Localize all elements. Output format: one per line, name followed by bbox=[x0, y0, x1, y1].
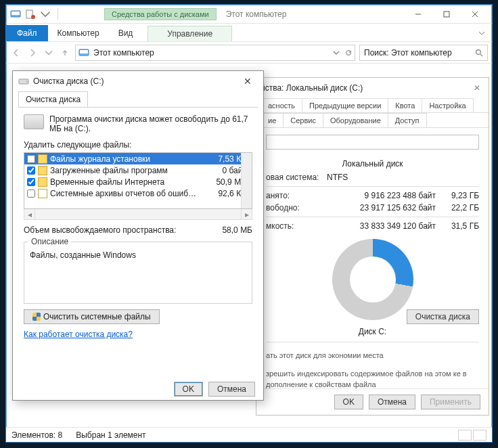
nav-recent-icon[interactable] bbox=[43, 47, 55, 59]
ribbon-expand-icon[interactable] bbox=[472, 26, 492, 41]
properties-tabs-row1: асность Предыдущие версии Квота Настройк… bbox=[256, 98, 489, 113]
used-bytes: 9 916 223 488 байт bbox=[327, 191, 441, 200]
gain-value: 58,0 МБ bbox=[222, 225, 252, 235]
used-label: анято: bbox=[266, 191, 327, 200]
shield-icon bbox=[32, 313, 41, 321]
description-legend: Описание bbox=[28, 237, 71, 246]
volume-name-input[interactable] bbox=[266, 135, 479, 150]
gain-label: Объем высвобождаемого пространства: bbox=[24, 225, 176, 235]
nav-back-icon[interactable] bbox=[10, 47, 22, 59]
scrollbar[interactable] bbox=[241, 153, 252, 208]
titlebar: Средства работы с дисками Этот компьютер bbox=[6, 5, 492, 24]
fs-value: NTFS bbox=[327, 173, 348, 182]
checkbox[interactable] bbox=[27, 155, 35, 163]
svg-rect-6 bbox=[80, 50, 88, 53]
properties-cancel-button[interactable]: Отмена bbox=[369, 395, 415, 409]
list-item: Файлы журнала установки7,53 КБ bbox=[24, 153, 252, 164]
cleanup-message: Программа очистки диска может освободить… bbox=[49, 114, 252, 133]
tab-previous-versions[interactable]: Предыдущие версии bbox=[302, 98, 388, 112]
properties-dialog: йства: Локальный диск (C:) ✕ асность Пре… bbox=[256, 77, 489, 416]
address-text: Этот компьютер bbox=[93, 48, 154, 58]
clean-system-files-button[interactable]: Очистить системные файлы bbox=[24, 309, 160, 324]
how-it-works-link[interactable]: Как работает очистка диска? bbox=[24, 330, 133, 339]
nav-forward-icon[interactable] bbox=[26, 47, 39, 59]
location-icon bbox=[78, 47, 89, 58]
free-bytes: 23 917 125 632 байт bbox=[327, 203, 441, 212]
svg-point-7 bbox=[476, 49, 481, 54]
cleanup-ok-button[interactable]: OK bbox=[174, 382, 203, 397]
ribbon-tabs: Файл Компьютер Вид Управление bbox=[6, 24, 492, 41]
properties-tabs-row2: ие Сервис Оборудование Доступ bbox=[256, 113, 489, 128]
address-row: Этот компьютер Поиск: Этот компьютер bbox=[6, 42, 492, 64]
folder-icon bbox=[38, 154, 47, 164]
tab-tools[interactable]: Сервис bbox=[283, 113, 323, 127]
tab-security[interactable]: асность bbox=[261, 98, 302, 112]
folder-icon bbox=[38, 166, 47, 175]
tab-quota[interactable]: Квота bbox=[388, 98, 422, 112]
delete-files-label: Удалить следующие файлы: bbox=[24, 140, 252, 150]
list-item: Загруженные файлы программ0 байт bbox=[24, 164, 252, 176]
svg-rect-1 bbox=[12, 12, 20, 15]
checkbox[interactable] bbox=[27, 189, 35, 198]
cleanup-tab[interactable]: Очистка диска bbox=[18, 91, 88, 107]
search-icon bbox=[475, 49, 483, 57]
file-name: Системные архивы отчетов об ошиб… bbox=[50, 189, 208, 198]
ribbon-tab-file[interactable]: Файл bbox=[6, 25, 48, 41]
view-icons-button[interactable] bbox=[473, 430, 486, 441]
close-button[interactable] bbox=[461, 5, 489, 23]
status-item-count: Элементов: 8 bbox=[12, 430, 62, 440]
search-placeholder: Поиск: Этот компьютер bbox=[364, 48, 452, 58]
file-category-list[interactable]: Файлы журнала установки7,53 КБ Загруженн… bbox=[24, 152, 252, 209]
capacity-gb: 31,5 ГБ bbox=[441, 221, 479, 231]
checkbox[interactable] bbox=[27, 166, 35, 175]
address-dropdown-icon[interactable] bbox=[333, 49, 340, 56]
checkbox[interactable] bbox=[27, 178, 35, 186]
tab-sharing[interactable]: Доступ bbox=[388, 113, 427, 127]
disk-cleanup-button[interactable]: Очистка диска bbox=[407, 309, 479, 324]
nav-up-icon[interactable] bbox=[59, 47, 71, 59]
file-name: Файлы журнала установки bbox=[50, 154, 208, 164]
list-item: Временные файлы Интернета50,9 МБ bbox=[24, 176, 252, 187]
status-bar: Элементов: 8 Выбран 1 элемент bbox=[6, 427, 492, 442]
ribbon-tab-manage[interactable]: Управление bbox=[148, 26, 232, 41]
ribbon-tab-view[interactable]: Вид bbox=[109, 25, 143, 41]
properties-close-icon[interactable]: ✕ bbox=[470, 82, 484, 94]
contextual-tab-label: Средства работы с дисками bbox=[104, 8, 217, 20]
svg-rect-4 bbox=[444, 12, 449, 17]
disk-label: Диск C: bbox=[266, 327, 479, 336]
status-selected-count: Выбран 1 элемент bbox=[76, 430, 145, 440]
svg-point-9 bbox=[26, 81, 28, 83]
tab-hardware[interactable]: Оборудование bbox=[323, 113, 388, 127]
free-label: вободно: bbox=[266, 203, 327, 212]
cleanup-close-icon[interactable]: ✕ bbox=[237, 76, 258, 87]
refresh-icon[interactable] bbox=[345, 49, 352, 56]
cleanup-cancel-button[interactable]: Отмена bbox=[208, 382, 255, 397]
properties-titlebar: йства: Локальный диск (C:) ✕ bbox=[256, 78, 489, 98]
list-item: Системные архивы отчетов об ошиб…92,6 КБ bbox=[24, 187, 252, 199]
properties-title: йства: Локальный диск (C:) bbox=[261, 83, 363, 93]
address-bar[interactable]: Этот компьютер bbox=[75, 45, 355, 61]
index-checkbox-label[interactable]: зрешить индексировать содержимое файлов … bbox=[266, 369, 479, 390]
properties-apply-button[interactable]: Применить bbox=[421, 395, 480, 409]
qat-dropdown-icon[interactable] bbox=[40, 9, 51, 20]
volume-type-label: Локальный диск bbox=[266, 159, 479, 169]
minimize-button[interactable] bbox=[404, 5, 432, 23]
compress-checkbox-label[interactable]: ать этот диск для экономии места bbox=[266, 351, 479, 361]
cleanup-icon bbox=[18, 76, 29, 87]
cleanup-titlebar: Очистка диска (C:) ✕ bbox=[13, 71, 263, 91]
properties-ok-button[interactable]: OK bbox=[334, 395, 363, 409]
search-box[interactable]: Поиск: Этот компьютер bbox=[359, 45, 488, 61]
ribbon-tab-computer[interactable]: Компьютер bbox=[48, 25, 109, 41]
description-group: Описание Файлы, созданные Windows bbox=[24, 242, 252, 304]
file-icon bbox=[38, 189, 47, 198]
window-title: Этот компьютер bbox=[226, 9, 287, 19]
maximize-button[interactable] bbox=[432, 5, 461, 23]
capacity-bytes: 33 833 349 120 байт bbox=[327, 221, 441, 231]
qat-properties-icon[interactable] bbox=[25, 9, 36, 20]
capacity-label: мкость: bbox=[266, 221, 327, 231]
tab-general[interactable]: ие bbox=[261, 113, 284, 127]
horizontal-scrollbar[interactable]: ◂▸ bbox=[24, 209, 252, 220]
app-icon bbox=[10, 9, 21, 20]
view-details-button[interactable] bbox=[458, 430, 472, 441]
tab-customize[interactable]: Настройка bbox=[422, 98, 473, 112]
